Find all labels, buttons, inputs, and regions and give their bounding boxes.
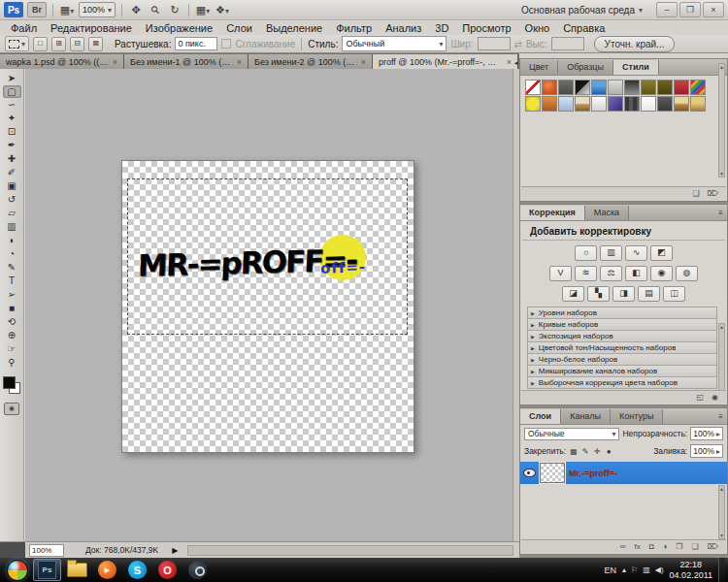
network-icon[interactable]: ▥: [643, 566, 650, 574]
lock-transparency-icon[interactable]: ▦: [569, 447, 579, 456]
document-tab-3[interactable]: Без имени-2 @ 100% (Слой 1...×: [248, 54, 373, 69]
style-swatch[interactable]: [690, 80, 706, 95]
gradient-tool[interactable]: ▥: [3, 220, 21, 234]
document-tab-2[interactable]: Без имени-1 @ 100% (Слой 2...×: [124, 54, 248, 69]
history-brush-tool[interactable]: ↺: [3, 193, 21, 207]
new-layer-icon[interactable]: ❏: [692, 541, 699, 553]
menu-item-7[interactable]: Анализ: [379, 22, 428, 34]
photo-filter-icon[interactable]: ◉: [650, 266, 673, 281]
clone-stamp-tool[interactable]: ▣: [3, 179, 21, 193]
style-swatch[interactable]: [608, 80, 623, 95]
vibrance-icon[interactable]: V: [549, 266, 572, 281]
rectangle-tool[interactable]: ■: [3, 302, 21, 315]
crop-tool[interactable]: ⊡: [3, 125, 21, 139]
layer-visibility-toggle[interactable]: [522, 469, 536, 477]
styles-tab-1[interactable]: Цвет: [520, 60, 558, 75]
brush-tool[interactable]: ✐: [3, 166, 21, 179]
close-tab-icon[interactable]: ×: [237, 57, 242, 67]
close-tab-icon[interactable]: ×: [113, 57, 117, 67]
scroll-up-icon[interactable]: ▲: [719, 486, 724, 492]
antialias-checkbox[interactable]: [221, 39, 231, 48]
layers-scrollbar[interactable]: ▲▼: [718, 485, 725, 539]
expand-arrow-icon[interactable]: ▶: [531, 369, 535, 374]
eraser-tool[interactable]: ▱: [3, 207, 21, 220]
layer-group-icon[interactable]: ❐: [676, 541, 682, 553]
panel-menu-icon[interactable]: ≡: [714, 409, 727, 424]
dodge-tool[interactable]: ◔: [3, 247, 21, 261]
taskbar-clock[interactable]: 22:18 04.02.2011: [670, 560, 712, 580]
status-zoom-input[interactable]: 100%: [29, 544, 64, 557]
adjustments-tab-2[interactable]: Маска: [585, 206, 629, 220]
view-extras-icon[interactable]: ▦▾: [59, 3, 75, 17]
feather-input[interactable]: 0 пикс.: [175, 37, 217, 50]
quick-mask-icon[interactable]: ◉: [4, 403, 19, 415]
canvas-vertical-scrollbar[interactable]: [513, 69, 519, 541]
quick-selection-tool[interactable]: ✦: [3, 112, 21, 125]
taskbar-explorer[interactable]: [63, 559, 91, 581]
expand-arrow-icon[interactable]: ▶: [531, 345, 535, 351]
clip-adjustment-icon[interactable]: ◉: [711, 392, 718, 404]
style-swatch[interactable]: [591, 96, 607, 112]
color-balance-icon[interactable]: ⚖: [600, 266, 622, 281]
arrange-documents-icon[interactable]: ▦▾: [195, 3, 211, 17]
3d-rotate-tool[interactable]: ⟲: [3, 315, 21, 329]
hand-tool-icon[interactable]: ✥: [128, 3, 144, 17]
canvas-area[interactable]: MR-=pROFF=- off=-: [25, 69, 513, 541]
style-swatch[interactable]: [542, 96, 557, 112]
layers-tab-2[interactable]: Каналы: [561, 409, 611, 424]
style-swatch[interactable]: [575, 80, 590, 95]
style-swatch[interactable]: [575, 96, 590, 112]
layers-tab-3[interactable]: Контуры: [611, 409, 663, 424]
menu-item-8[interactable]: 3D: [428, 22, 455, 34]
style-swatch[interactable]: [608, 96, 623, 112]
zoom-level-dropdown[interactable]: 100%▾: [79, 2, 116, 17]
restore-button[interactable]: ❐: [679, 2, 701, 17]
lasso-tool[interactable]: ∽: [3, 98, 21, 112]
menu-item-11[interactable]: Справка: [556, 22, 612, 34]
style-swatch[interactable]: [657, 80, 673, 95]
link-layers-icon[interactable]: ∞: [620, 541, 626, 553]
preset-group-5[interactable]: ▶Черно-белое наборов: [528, 354, 716, 366]
style-swatch[interactable]: [674, 96, 689, 112]
preset-group-6[interactable]: ▶Микширование каналов наборов: [528, 366, 716, 377]
threshold-icon[interactable]: ◨: [612, 286, 635, 302]
expand-arrow-icon[interactable]: ▶: [531, 322, 535, 328]
panel-menu-icon[interactable]: ≡: [714, 206, 727, 220]
taskbar-photoshop[interactable]: Ps: [33, 559, 61, 581]
delete-layer-icon[interactable]: ⌦: [708, 541, 718, 553]
screen-mode-icon[interactable]: ❖▾: [215, 3, 230, 17]
menu-item-10[interactable]: Окно: [518, 22, 557, 34]
layer-thumbnail[interactable]: [540, 463, 565, 483]
bridge-icon[interactable]: Br: [27, 2, 47, 17]
channel-mixer-icon[interactable]: ◍: [676, 266, 698, 281]
selection-mode-add-button[interactable]: ⊞: [51, 37, 66, 51]
scroll-down-icon[interactable]: ▼: [719, 171, 724, 177]
taskbar-media-player[interactable]: ▶: [93, 559, 121, 581]
rectangular-marquee-tool[interactable]: ▢: [3, 85, 21, 98]
color-swatches-widget[interactable]: [2, 375, 21, 395]
document-canvas[interactable]: MR-=pROFF=- off=-: [121, 160, 414, 453]
style-select[interactable]: Обычный▾: [342, 36, 447, 51]
show-desktop-button[interactable]: [718, 558, 725, 582]
tool-preset-picker[interactable]: ▾: [5, 36, 29, 51]
styles-tab-3[interactable]: Стили: [613, 60, 659, 75]
layer-mask-icon[interactable]: ◘: [649, 541, 654, 553]
menu-item-5[interactable]: Выделение: [259, 22, 329, 34]
3d-orbit-tool[interactable]: ⊕: [3, 329, 21, 342]
layers-tab-1[interactable]: Слои: [520, 409, 561, 424]
posterize-icon[interactable]: ▚: [587, 286, 610, 302]
style-swatch[interactable]: [657, 96, 673, 112]
hue-saturation-icon[interactable]: ≋: [575, 266, 597, 281]
expanded-view-icon[interactable]: ◱: [696, 392, 704, 404]
foreground-color-swatch[interactable]: [3, 376, 16, 389]
style-swatch[interactable]: [641, 80, 656, 95]
rotate-view-icon[interactable]: ↻: [167, 3, 182, 17]
status-options-icon[interactable]: ▶: [172, 546, 178, 555]
expand-arrow-icon[interactable]: ▶: [531, 310, 535, 316]
invert-icon[interactable]: ◪: [562, 286, 584, 302]
lock-all-icon[interactable]: ●: [604, 447, 613, 456]
healing-brush-tool[interactable]: ✚: [3, 152, 21, 166]
style-swatch[interactable]: [558, 96, 574, 112]
eyedropper-tool[interactable]: ✒: [3, 139, 21, 152]
start-button[interactable]: [3, 559, 31, 581]
